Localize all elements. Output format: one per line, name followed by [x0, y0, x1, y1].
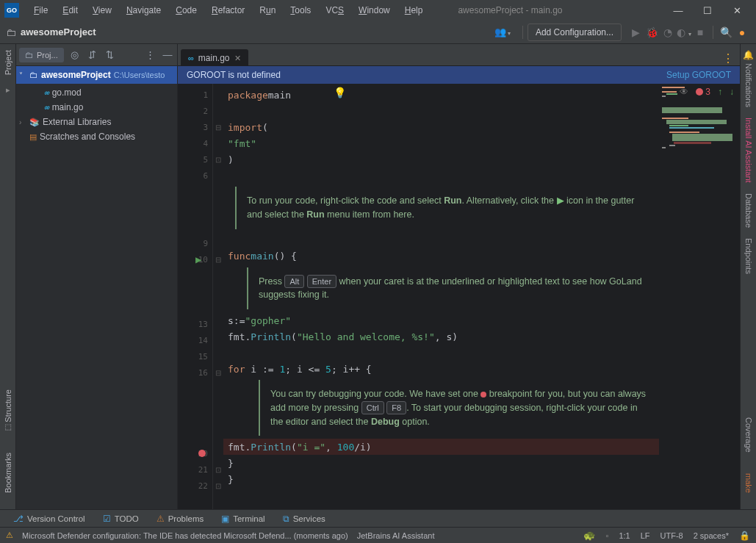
- run-button[interactable]: ▶: [627, 26, 644, 38]
- menu-edit[interactable]: Edit: [57, 3, 84, 18]
- search-everywhere-button[interactable]: 🔍: [718, 26, 734, 38]
- project-name[interactable]: awesomeProject: [21, 26, 96, 37]
- project-tab[interactable]: 🗀Proj...: [19, 48, 64, 62]
- collapse-all-icon[interactable]: ⇅: [104, 49, 117, 60]
- debug-button[interactable]: 🐞: [644, 26, 660, 38]
- power-save-icon[interactable]: 🐢: [583, 530, 595, 541]
- code-with-me-button[interactable]: 👥▾: [494, 26, 511, 37]
- bottom-tab-problems[interactable]: ⚠Problems: [149, 512, 212, 525]
- readonly-lock-icon[interactable]: 🔒: [739, 531, 750, 541]
- ide-settings-badge[interactable]: ●: [734, 26, 750, 38]
- menu-refactor[interactable]: Refactor: [206, 3, 251, 18]
- coverage-button[interactable]: ◔: [660, 26, 676, 38]
- rail-commit-icon[interactable]: ▸: [6, 85, 10, 95]
- caret-position[interactable]: 1:1: [619, 531, 630, 540]
- select-opened-file-icon[interactable]: ◎: [68, 49, 82, 60]
- bottom-tab-terminal[interactable]: ▣Terminal: [214, 512, 272, 525]
- line-gutter[interactable]: 1 2 3 4 5 6 9 ▶10 13 14 15 16 20 21 22: [178, 84, 213, 509]
- main-toolbar: 🗀 awesomeProject 👥▾ Add Configuration...…: [0, 21, 756, 44]
- rail-tab-endpoints[interactable]: Endpoints: [744, 238, 753, 274]
- minimize-button[interactable]: —: [663, 0, 693, 21]
- bottom-tool-tabs: ⎇Version Control ☑TODO ⚠Problems ▣Termin…: [0, 509, 756, 527]
- menu-run[interactable]: Run: [253, 3, 281, 18]
- right-tool-rail: 🔔 Notifications Install AI Assistant Dat…: [740, 44, 756, 509]
- code-content[interactable]: 💡 package main import ( "fmt" ) To run y…: [223, 84, 659, 509]
- go-icon: ∞: [44, 88, 49, 98]
- error-count[interactable]: 3: [696, 87, 710, 97]
- setup-goroot-link[interactable]: Setup GOROOT: [666, 70, 731, 80]
- panel-hide-icon[interactable]: —: [161, 49, 174, 60]
- run-config-dropdown[interactable]: Add Configuration...: [528, 24, 622, 41]
- tree-item-external-libraries[interactable]: ›📚External Libraries: [16, 115, 177, 129]
- expand-icon[interactable]: ˅: [19, 71, 26, 79]
- window-title: awesomeProject - main.go: [458, 5, 562, 15]
- intention-bulb-icon[interactable]: 💡: [334, 87, 346, 98]
- indent-setting[interactable]: 2 spaces*: [694, 531, 729, 540]
- status-warning-icon[interactable]: ⚠: [6, 531, 13, 540]
- menu-file[interactable]: File: [28, 3, 54, 18]
- rail-tab-project[interactable]: Project: [4, 50, 12, 75]
- editor-tab-label: main.go: [198, 53, 230, 63]
- file-encoding[interactable]: UTF-8: [660, 531, 683, 540]
- menu-help[interactable]: Help: [399, 3, 429, 18]
- close-tab-icon[interactable]: ✕: [234, 54, 241, 63]
- bottom-tab-services[interactable]: ⧉Services: [276, 512, 333, 525]
- notifications-icon[interactable]: 🔔: [743, 50, 754, 60]
- close-button[interactable]: ✕: [722, 0, 752, 21]
- go-icon: ∞: [44, 103, 49, 112]
- window-controls: — ☐ ✕: [663, 0, 752, 21]
- breakpoint-icon[interactable]: [198, 450, 206, 457]
- tree-item-maingo[interactable]: ∞main.go: [16, 100, 177, 115]
- onboarding-hint-run: To run your code, right-click the code a…: [235, 187, 647, 229]
- tree-item-gomod[interactable]: ∞go.mod: [16, 85, 177, 100]
- profiler-button[interactable]: ◐ ▾: [676, 26, 692, 38]
- menu-window[interactable]: Window: [353, 3, 396, 18]
- rail-tab-coverage[interactable]: Coverage: [744, 417, 753, 453]
- rail-tab-notifications[interactable]: Notifications: [744, 63, 753, 107]
- menu-tools[interactable]: Tools: [284, 3, 317, 18]
- next-highlight-icon[interactable]: ↓: [730, 87, 734, 97]
- editor-tabs-menu-icon[interactable]: ⋮: [716, 51, 740, 65]
- project-root[interactable]: ˅ 🗀 awesomeProject C:\Users\testo: [16, 66, 177, 84]
- panel-options-icon[interactable]: ⋮: [143, 49, 156, 60]
- fold-gutter[interactable]: ⊟ ⊡ ⊟ ⊟ ⊡ ⊡: [213, 84, 223, 509]
- stop-button[interactable]: ■: [692, 26, 708, 38]
- code-minimap[interactable]: [659, 84, 740, 509]
- rail-tab-structure[interactable]: ⬚ Structure: [4, 389, 12, 432]
- bottom-tab-todo[interactable]: ☑TODO: [96, 512, 146, 525]
- bottom-tab-vcs[interactable]: ⎇Version Control: [6, 512, 93, 525]
- editor-tabs: ∞ main.go ✕ ⋮: [178, 44, 740, 66]
- banner-message: GOROOT is not defined: [187, 70, 281, 80]
- menu-view[interactable]: View: [87, 3, 118, 18]
- rail-tab-bookmarks[interactable]: Bookmarks: [4, 453, 12, 493]
- menu-navigate[interactable]: Navigate: [120, 3, 167, 18]
- status-separator-icon: ▫: [605, 531, 608, 540]
- rail-tab-ai-assistant[interactable]: Install AI Assistant: [744, 118, 753, 183]
- menu-code[interactable]: Code: [170, 3, 203, 18]
- main-layout: Project ▸ ⬚ Structure Bookmarks 🗀Proj...…: [0, 44, 756, 509]
- project-tool-window: 🗀Proj... ◎ ⇵ ⇅ ⋮ — ˅ 🗀 awesomeProject C:…: [16, 44, 178, 509]
- expand-all-icon[interactable]: ⇵: [86, 49, 99, 60]
- editor-tab-maingo[interactable]: ∞ main.go ✕: [181, 49, 248, 66]
- code-editor[interactable]: 👁 3 ↑ ↓ 1 2 3 4 5 6 9 ▶10 13 14 15 16: [178, 84, 740, 509]
- project-tree: ∞go.mod ∞main.go ›📚External Libraries ›▤…: [16, 84, 177, 145]
- main-menu: File Edit View Navigate Code Refactor Ru…: [28, 3, 428, 18]
- rail-tab-make[interactable]: make: [744, 473, 753, 493]
- status-message[interactable]: Microsoft Defender configuration: The ID…: [22, 531, 348, 540]
- project-folder-icon: 🗀: [6, 26, 16, 38]
- run-gutter-icon[interactable]: ▶: [195, 253, 201, 265]
- expand-icon[interactable]: ›: [19, 118, 26, 126]
- line-separator[interactable]: LF: [641, 531, 650, 540]
- maximize-button[interactable]: ☐: [693, 0, 722, 21]
- prev-highlight-icon[interactable]: ↑: [718, 87, 722, 97]
- reader-mode-icon[interactable]: 👁: [680, 87, 688, 97]
- status-ai-assistant[interactable]: JetBrains AI Assistant: [357, 531, 435, 540]
- scratch-icon: ▤: [29, 132, 37, 142]
- titlebar: GO File Edit View Navigate Code Refactor…: [0, 0, 756, 21]
- editor-inspection-widget[interactable]: 👁 3 ↑ ↓: [680, 87, 734, 97]
- go-icon: ∞: [188, 54, 194, 62]
- tree-item-scratches[interactable]: ›▤Scratches and Consoles: [16, 129, 177, 144]
- left-tool-rail: Project ▸ ⬚ Structure Bookmarks: [0, 44, 16, 509]
- rail-tab-database[interactable]: Database: [744, 193, 753, 228]
- menu-vcs[interactable]: VCS: [320, 3, 350, 18]
